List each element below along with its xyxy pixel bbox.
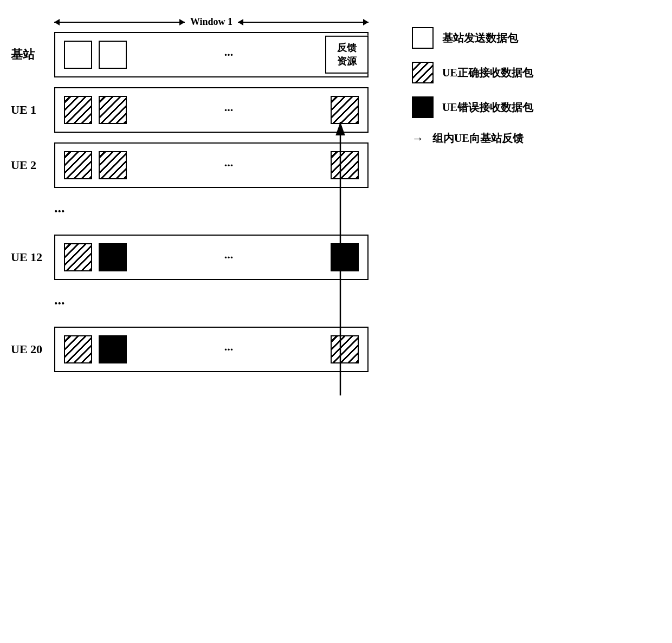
legend-item-black: UE错误接收数据包 — [412, 96, 533, 118]
ue2-packet-last — [331, 151, 359, 179]
ue1-label: UE 1 — [11, 103, 54, 117]
base-station-row: 基站 ··· 反馈资源 — [11, 32, 379, 77]
ue12-packet-1 — [64, 243, 92, 271]
legend-empty-packet — [412, 27, 434, 49]
ellipsis2-row: ··· — [11, 290, 379, 317]
legend-black-text: UE错误接收数据包 — [442, 100, 533, 115]
ue2-packet-2 — [99, 151, 127, 179]
ue20-packet-2 — [99, 335, 127, 363]
ue20-packet-last — [331, 335, 359, 363]
ue12-packet-last — [331, 243, 359, 271]
ue20-row: UE 20 ··· — [11, 327, 379, 372]
ue12-box: ··· — [54, 235, 369, 280]
left-panel: Window 1 基站 ··· 反馈资源 UE 1 ··· — [11, 16, 379, 627]
ue20-label: UE 20 — [11, 342, 54, 356]
bracket-line-right — [238, 22, 369, 23]
arrow-icon: → — [412, 132, 424, 146]
base-station-box: ··· 反馈资源 — [54, 32, 369, 77]
ue12-packet-2 — [99, 243, 127, 271]
legend-arrow-text: 组内UE向基站反馈 — [432, 131, 524, 146]
ue20-packet-1 — [64, 335, 92, 363]
ue2-packet-1 — [64, 151, 92, 179]
ue1-row: UE 1 ··· — [11, 87, 379, 133]
ue12-row: UE 12 ··· — [11, 235, 379, 280]
window1-label: Window 1 — [190, 16, 232, 28]
ellipsis1-text: ··· — [54, 203, 65, 219]
ue2-dots: ··· — [133, 158, 324, 172]
ue2-row: UE 2 ··· — [11, 142, 379, 188]
ue20-dots: ··· — [133, 342, 324, 356]
ue1-box: ··· — [54, 87, 369, 133]
ellipsis1-row: ··· — [11, 198, 379, 225]
legend-item-hatched: UE正确接收数据包 — [412, 62, 533, 83]
window1-bracket: Window 1 — [54, 16, 369, 28]
ue20-box: ··· — [54, 327, 369, 372]
bs-packet-2 — [99, 41, 127, 69]
ue12-dots: ··· — [133, 250, 324, 264]
ue2-box: ··· — [54, 142, 369, 188]
window1-arrow: Window 1 — [54, 16, 369, 28]
legend-item-empty: 基站发送数据包 — [412, 27, 533, 49]
ue1-packet-2 — [99, 96, 127, 124]
legend-hatched-packet — [412, 62, 434, 83]
ue2-label: UE 2 — [11, 158, 54, 172]
bs-dots: ··· — [133, 48, 324, 62]
legend-hatched-text: UE正确接收数据包 — [442, 66, 533, 80]
main-container: Window 1 基站 ··· 反馈资源 UE 1 ··· — [0, 0, 672, 643]
bracket-line — [54, 22, 185, 23]
bs-packet-1 — [64, 41, 92, 69]
ue1-dots: ··· — [133, 103, 324, 117]
legend-black-packet — [412, 96, 434, 118]
ellipsis2-text: ··· — [54, 295, 65, 311]
base-station-label: 基站 — [11, 47, 54, 63]
legend-empty-text: 基站发送数据包 — [442, 31, 518, 46]
ue12-label: UE 12 — [11, 250, 54, 264]
ue1-packet-last — [331, 96, 359, 124]
feedback-resource-box: 反馈资源 — [325, 36, 369, 74]
legend-panel: 基站发送数据包 UE正确接收数据包 UE错误接收数据包 → 组内UE向基站反馈 — [412, 16, 533, 627]
ue1-packet-1 — [64, 96, 92, 124]
legend-arrow-item: → 组内UE向基站反馈 — [412, 131, 533, 146]
